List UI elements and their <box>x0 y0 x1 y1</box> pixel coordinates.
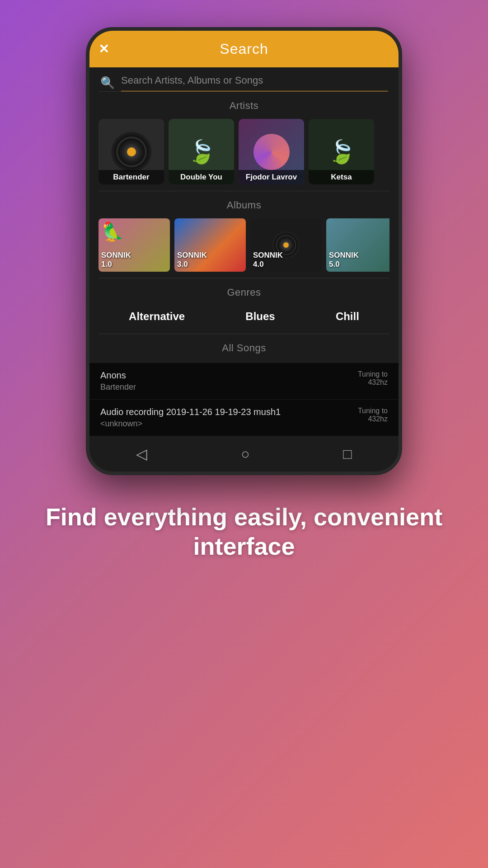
song-title-anons: Anons <box>100 370 136 381</box>
song-title-audio: Audio recording 2019-11-26 19-19-23 mush… <box>100 407 281 417</box>
artists-section-title: Artists <box>99 100 389 112</box>
genres-section: Genres Alternative Blues Chill <box>89 278 399 334</box>
nav-bar: ◁ ○ □ <box>89 436 399 472</box>
artist-card-fjodor[interactable]: Fjodor Lavrov <box>239 119 304 184</box>
genres-section-title: Genres <box>99 287 389 298</box>
search-icon: 🔍 <box>100 76 115 90</box>
song-item-audio[interactable]: Audio recording 2019-11-26 19-19-23 mush… <box>89 400 399 436</box>
leaf-icon-double: 🍃 <box>188 139 216 165</box>
close-button[interactable]: ✕ <box>99 42 109 57</box>
genre-alternative[interactable]: Alternative <box>129 310 185 323</box>
album-label-sonnik40: SONNIK4.0 <box>253 251 283 269</box>
artist-label-bartender: Bartender <box>99 170 164 184</box>
artists-section: Artists Bartender 🍃 Double You <box>89 92 399 191</box>
search-input-container: Search Artists, Albums or Songs <box>121 75 388 91</box>
leaf-icon-ketsa: 🍃 <box>328 139 356 165</box>
nav-back-icon[interactable]: ◁ <box>136 445 147 462</box>
all-songs-title: All Songs <box>99 342 389 354</box>
artist-card-bartender[interactable]: Bartender <box>99 119 164 184</box>
song-tag-audio: Tuning to432hz <box>358 407 388 423</box>
artist-card-double[interactable]: 🍃 Double You <box>169 119 234 184</box>
genre-chill[interactable]: Chill <box>336 310 359 323</box>
album-label-sonnik10: SONNIK1.0 <box>101 251 131 269</box>
search-placeholder: Search Artists, Albums or Songs <box>121 75 263 86</box>
album-label-sonnik50: SONNIK5.0 <box>329 251 359 269</box>
search-bar[interactable]: 🔍 Search Artists, Albums or Songs <box>89 67 399 91</box>
albums-row: 🦜 SONNIK1.0 SONNIK3.0 SONNIK4.0 SONNIK5.… <box>99 218 389 272</box>
song-subtitle-anons: Bartender <box>100 382 136 392</box>
song-subtitle-audio: <unknown> <box>100 419 281 429</box>
song-info-audio: Audio recording 2019-11-26 19-19-23 mush… <box>100 407 281 429</box>
phone-wrapper: ✕ Search 🔍 Search Artists, Albums or Son… <box>86 27 402 475</box>
fjodor-art-icon <box>253 134 290 170</box>
songs-list: Anons Bartender Tuning to432hz Audio rec… <box>89 363 399 436</box>
parrot-icon-sonnik10: 🦜 <box>101 221 124 242</box>
song-tag-anons: Tuning to432hz <box>358 370 388 387</box>
genre-blues[interactable]: Blues <box>245 310 275 323</box>
footer-text: Find everything easily, convenient inter… <box>27 502 461 561</box>
artist-label-double: Double You <box>169 170 234 184</box>
artist-label-fjodor: Fjodor Lavrov <box>239 170 304 184</box>
artists-row: Bartender 🍃 Double You Fjodor Lavrov <box>99 119 389 184</box>
artist-label-ketsa: Ketsa <box>309 170 374 184</box>
album-card-sonnik40[interactable]: SONNIK4.0 <box>250 218 322 272</box>
app-header: ✕ Search <box>89 31 399 67</box>
all-songs-section: All Songs <box>89 334 399 363</box>
album-label-sonnik30: SONNIK3.0 <box>177 251 207 269</box>
footer-text-container: Find everything easily, convenient inter… <box>0 502 488 561</box>
album-card-sonnik30[interactable]: SONNIK3.0 <box>174 218 246 272</box>
phone-shell: ✕ Search 🔍 Search Artists, Albums or Son… <box>86 27 402 475</box>
song-item-anons[interactable]: Anons Bartender Tuning to432hz <box>89 363 399 400</box>
genres-row: Alternative Blues Chill <box>99 306 389 327</box>
artist-card-ketsa[interactable]: 🍃 Ketsa <box>309 119 374 184</box>
albums-section: Albums 🦜 SONNIK1.0 SONNIK3.0 SONNIK4.0 S… <box>89 191 399 278</box>
nav-home-icon[interactable]: ○ <box>241 446 249 462</box>
song-info-anons: Anons Bartender <box>100 370 136 392</box>
header-title: Search <box>220 41 268 57</box>
album-card-sonnik50[interactable]: SONNIK5.0 <box>326 218 389 272</box>
album-card-sonnik10[interactable]: 🦜 SONNIK1.0 <box>99 218 170 272</box>
albums-section-title: Albums <box>99 199 389 211</box>
vinyl-disc-bartender <box>111 132 152 172</box>
nav-recent-icon[interactable]: □ <box>343 446 352 462</box>
